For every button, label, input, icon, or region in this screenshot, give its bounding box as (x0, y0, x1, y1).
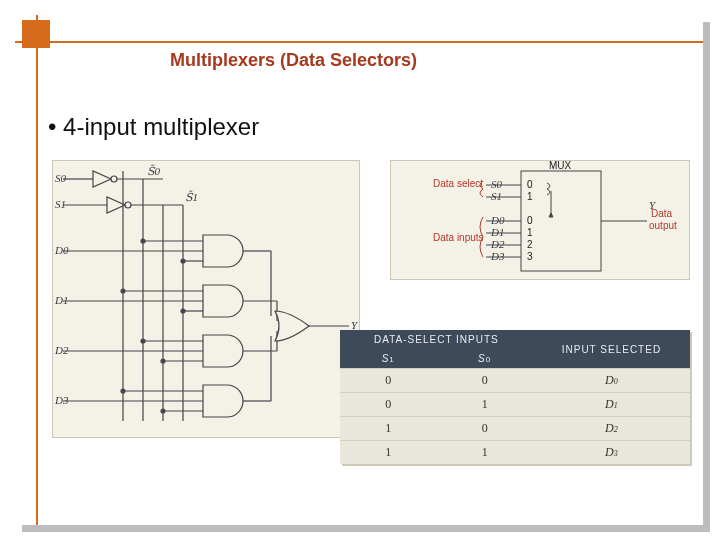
mux-data-select-label: Data select (433, 178, 483, 189)
horizontal-rule (15, 41, 703, 43)
truth-header-group: DATA-SELECT INPUTS (340, 330, 533, 349)
label-s1bar: S̄1 (185, 190, 198, 203)
table-row: 0 1 D1 (340, 393, 690, 417)
mux-s1: S1 (491, 190, 502, 202)
truth-header-s0: S0 (436, 349, 532, 369)
svg-point-4 (125, 202, 131, 208)
cell: D0 (533, 369, 690, 393)
svg-point-20 (121, 289, 125, 293)
mux-d2: D2 (490, 238, 505, 250)
mux-output-label-bot: output (649, 220, 677, 231)
cell: 1 (340, 441, 436, 465)
table-row: 0 0 D0 (340, 369, 690, 393)
cell: 1 (436, 441, 532, 465)
mux-idx-s0: 0 (527, 179, 533, 190)
mux-block-figure: MUX Data select Data inputs Data output … (390, 160, 690, 280)
truth-header-s1: S1 (340, 349, 436, 369)
cell: D2 (533, 417, 690, 441)
cell: 0 (340, 369, 436, 393)
corner-square (22, 20, 50, 48)
mux-idx-d2: 2 (527, 239, 533, 250)
mux-d1: D1 (490, 226, 504, 238)
label-s0: S0 (55, 172, 67, 184)
svg-point-30 (161, 409, 165, 413)
svg-point-22 (181, 309, 185, 313)
label-s0bar: S̄0 (147, 164, 161, 177)
label-d3: D3 (54, 394, 69, 406)
bullet-text: 4-input multiplexer (48, 113, 259, 141)
label-d0: D0 (54, 244, 69, 256)
svg-point-16 (141, 239, 145, 243)
truth-header-sel: INPUT SELECTED (533, 330, 690, 369)
slide-title: Multiplexers (Data Selectors) (170, 50, 417, 71)
cell: 0 (436, 417, 532, 441)
mux-data-inputs-label: Data inputs (433, 232, 484, 243)
svg-rect-40 (521, 171, 601, 271)
cell: 1 (340, 417, 436, 441)
mux-idx-d0: 0 (527, 215, 533, 226)
truth-table: DATA-SELECT INPUTS INPUT SELECTED S1 S0 … (340, 330, 690, 464)
mux-s0: S0 (491, 178, 503, 190)
mux-d3: D3 (490, 250, 505, 262)
mux-title: MUX (549, 161, 572, 171)
cell: 1 (436, 393, 532, 417)
label-s1: S1 (55, 198, 66, 210)
mux-d0: D0 (490, 214, 505, 226)
svg-point-18 (181, 259, 185, 263)
svg-point-28 (121, 389, 125, 393)
cell: D3 (533, 441, 690, 465)
svg-point-26 (161, 359, 165, 363)
svg-point-24 (141, 339, 145, 343)
label-d1: D1 (54, 294, 68, 306)
gate-circuit-svg: S0 S1 S̄0 S̄1 D0 D1 D2 D3 Y (53, 161, 361, 439)
mux-block-svg: MUX Data select Data inputs Data output … (391, 161, 691, 281)
cell: 0 (340, 393, 436, 417)
gate-circuit-figure: S0 S1 S̄0 S̄1 D0 D1 D2 D3 Y (52, 160, 360, 438)
mux-idx-d1: 1 (527, 227, 533, 238)
cell: 0 (436, 369, 532, 393)
svg-point-1 (111, 176, 117, 182)
mux-idx-s1: 1 (527, 191, 533, 202)
table-row: 1 1 D3 (340, 441, 690, 465)
table-row: 1 0 D2 (340, 417, 690, 441)
cell: D1 (533, 393, 690, 417)
mux-idx-d3: 3 (527, 251, 533, 262)
vertical-rule (36, 15, 38, 525)
label-d2: D2 (54, 344, 69, 356)
